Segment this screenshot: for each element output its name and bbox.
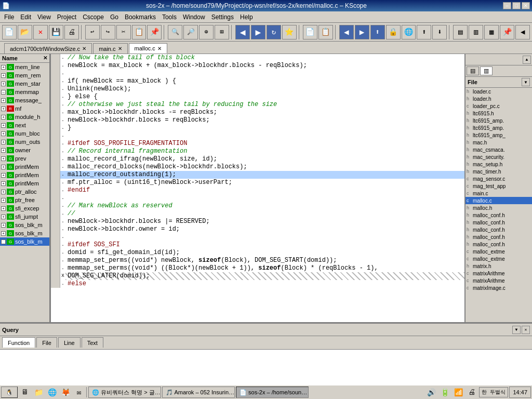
web-button[interactable]: 🌐 (402, 25, 416, 39)
paste-button[interactable]: 📌 (147, 25, 162, 39)
expand-icon-3[interactable]: – (1, 90, 6, 95)
menu-item-help[interactable]: Help (237, 11, 256, 22)
taskbar-icon-1[interactable]: 🖥 (19, 387, 31, 398)
expand-icon-0[interactable]: + (1, 65, 6, 70)
taskbar-icon-4[interactable]: 🦊 (59, 387, 72, 398)
symbol-item-8[interactable]: +Gnum_bloc (0, 129, 49, 138)
symbol-item-6[interactable]: +Gmodule_h (0, 113, 49, 121)
symbol-item-14[interactable]: +GprintMem (0, 179, 49, 188)
expand-icon-4[interactable]: + (1, 98, 6, 103)
symbol-item-10[interactable]: +Gowner (0, 146, 49, 154)
left-panel-close[interactable]: ✕ (43, 55, 47, 61)
code-content[interactable]: . // Now take the tail of this block. ne… (51, 54, 464, 322)
pin-button[interactable]: 📌 (500, 25, 514, 39)
tab-1[interactable]: main.c✕ (93, 43, 127, 54)
expand-icon-13[interactable]: + (1, 173, 6, 178)
symbol-item-16[interactable]: +Gptr_free (0, 196, 49, 204)
expand-icon-17[interactable]: + (1, 206, 6, 211)
fwd-button[interactable]: ▶ (355, 25, 369, 39)
file-item-11[interactable]: hmac_timer.h (466, 168, 532, 175)
symbol-item-13[interactable]: +GprintMem (0, 171, 49, 179)
menu-item-view[interactable]: View (34, 11, 54, 22)
copy-button[interactable]: 📋 (132, 25, 147, 39)
file-item-2[interactable]: cloader_pc.c (466, 102, 532, 110)
view2-button[interactable]: 📋 (318, 25, 333, 39)
symbol-item-17[interactable]: +Gsfi_excep (0, 204, 49, 212)
tray-icon-4[interactable]: 🖨 (466, 387, 478, 398)
layout3-button[interactable]: ▦ (484, 25, 499, 39)
zoom-button[interactable]: ⊞ (215, 25, 229, 39)
symbol-item-4[interactable]: +Gmessage_ (0, 96, 49, 104)
open-button[interactable]: 📂 (18, 25, 32, 39)
query-tab-text[interactable]: Text (82, 337, 103, 348)
tray-korean[interactable]: 한 두벌식 (479, 387, 508, 397)
up-button[interactable]: ⬆ (417, 25, 431, 39)
symbol-item-9[interactable]: +Gnum_outs (0, 138, 49, 146)
file-item-24[interactable]: hmatrix.h (466, 262, 532, 270)
expand-icon-5[interactable]: + (1, 107, 6, 111)
file-item-12[interactable]: cmag_sensor.c (466, 175, 532, 182)
tray-icon-1[interactable]: 🔊 (425, 387, 437, 398)
file-item-7[interactable]: hmac.h (466, 139, 532, 146)
symbol-item-18[interactable]: +Gsfi_jumpt (0, 212, 49, 221)
symbol-item-7[interactable]: +Gnext (0, 121, 49, 129)
undo-button[interactable]: ↩ (85, 25, 100, 39)
expand-button[interactable]: ◀ (515, 25, 530, 39)
file-item-13[interactable]: cmag_test_app (466, 182, 532, 190)
symbol-item-5[interactable]: +Rmf (0, 104, 49, 113)
rpanel-tab-2[interactable]: ▥ (480, 66, 493, 75)
file-item-8[interactable]: hmac_csmaca. (466, 146, 532, 153)
tab-0[interactable]: adcm1700ctrlWindowSize.c✕ (4, 43, 92, 54)
start-button[interactable]: 🐧 (1, 387, 18, 398)
tab-2[interactable]: malloc.c✕ (129, 43, 167, 54)
menu-item-tools[interactable]: Tools (159, 11, 180, 22)
taskbar-icon-5[interactable]: ✉ (73, 387, 85, 398)
layout1-button[interactable]: ▤ (453, 25, 468, 39)
symbol-item-12[interactable]: +GprintMem (0, 163, 49, 171)
redo-button[interactable]: ↪ (101, 25, 115, 39)
layout2-button[interactable]: ▥ (469, 25, 483, 39)
expand-icon-16[interactable]: + (1, 198, 6, 203)
file-item-0[interactable]: hloader.c (466, 88, 532, 95)
file-item-1[interactable]: hloader.h (466, 95, 532, 102)
file-item-10[interactable]: hmac_setup.h (466, 161, 532, 168)
maximize-button[interactable]: □ (512, 2, 521, 9)
menu-item-go[interactable]: Go (107, 11, 122, 22)
home-button[interactable]: ⬆ (370, 25, 385, 39)
file-item-16[interactable]: hmalloc.h (466, 204, 532, 211)
query-tab-line[interactable]: Line (58, 337, 81, 348)
file-item-5[interactable]: hltc6915_amp. (466, 124, 532, 131)
save-button[interactable]: 💾 (49, 25, 63, 39)
symbol-item-19[interactable]: +Gsos_blk_m (0, 221, 49, 229)
reload-button[interactable]: ↻ (267, 25, 281, 39)
print-button[interactable]: 🖨 (64, 25, 79, 39)
back-button[interactable]: ◀ (339, 25, 354, 39)
symbol-item-21[interactable]: +Gsos_blk_m (0, 237, 49, 246)
file-item-26[interactable]: cmatrixArithme (466, 277, 532, 284)
expand-icon-19[interactable]: + (1, 223, 6, 228)
query-close-btn[interactable]: ✕ (522, 326, 530, 334)
menu-item-file[interactable]: File (1, 11, 17, 22)
file-item-20[interactable]: hmalloc_conf.h (466, 233, 532, 241)
findall-button[interactable]: ⊕ (199, 25, 214, 39)
symbol-item-11[interactable]: +Gprev (0, 154, 49, 163)
menu-item-settings[interactable]: Settings (208, 11, 237, 22)
file-item-21[interactable]: hmalloc_conf.h (466, 241, 532, 248)
file-item-19[interactable]: hmalloc_conf.h (466, 226, 532, 233)
expand-icon-11[interactable]: + (1, 156, 6, 161)
menu-item-bookmarks[interactable]: Bookmarks (122, 11, 159, 22)
symbol-item-1[interactable]: +Gmem_rem (0, 71, 49, 79)
expand-icon-7[interactable]: + (1, 123, 6, 128)
taskbar-icon-2[interactable]: 📁 (32, 387, 45, 398)
tray-icon-2[interactable]: 🔋 (438, 387, 451, 398)
expand-icon-20[interactable]: + (1, 231, 6, 236)
expand-icon-10[interactable]: + (1, 148, 6, 153)
taskbar-btn-3[interactable]: 📄 sos-2x – /home/soun… (236, 387, 309, 398)
file-item-23[interactable]: cmalloc_extme (466, 255, 532, 262)
query-tab-file[interactable]: File (36, 337, 57, 348)
next-file-button[interactable]: ▶ (251, 25, 265, 39)
expand-icon-12[interactable]: + (1, 165, 6, 169)
expand-icon-14[interactable]: + (1, 181, 6, 186)
query-minimize-btn[interactable]: ▼ (512, 326, 521, 334)
symbol-item-15[interactable]: +Gptr_alloc (0, 188, 49, 196)
